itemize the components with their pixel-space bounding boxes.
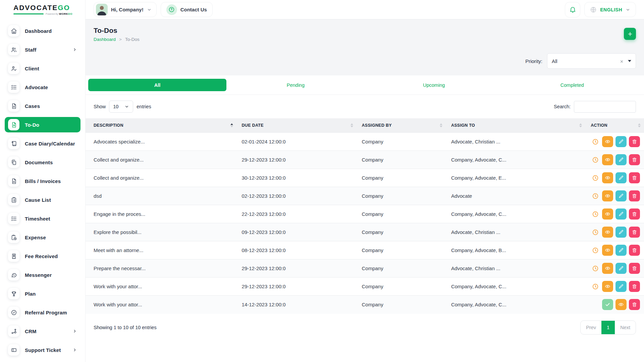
view-button[interactable] <box>602 263 613 274</box>
page-1-button[interactable]: 1 <box>601 321 615 334</box>
view-button[interactable] <box>602 227 613 238</box>
view-button[interactable] <box>602 136 613 147</box>
todo-description: dsd <box>86 187 236 205</box>
sidebar-item[interactable]: Cases <box>5 98 80 114</box>
sidebar-item[interactable]: Fee Received <box>5 248 80 264</box>
sidebar-item-label: To-Do <box>25 122 39 128</box>
delete-button[interactable] <box>629 208 640 220</box>
clipboard-clock-icon <box>11 234 17 241</box>
search-input[interactable] <box>574 101 636 113</box>
view-button[interactable] <box>615 299 627 310</box>
edit-button[interactable] <box>615 190 627 201</box>
delete-button[interactable] <box>629 136 640 147</box>
prev-page-button[interactable]: Prev <box>581 321 601 334</box>
table-row: Meet with an attorne... 08-12-2023 12:00… <box>86 241 644 259</box>
page-size-select[interactable]: 10 <box>109 101 133 113</box>
delete-button[interactable] <box>629 281 640 292</box>
todo-due-date: 29-12-2023 12:00:0 <box>236 259 357 278</box>
column-header-assign-to[interactable]: ASSIGN TO <box>446 118 585 133</box>
sidebar-item[interactable]: Support Ticket <box>5 342 80 358</box>
delete-button[interactable] <box>629 227 640 238</box>
app-logo[interactable]: ADVOCATEGO Powered By WORKDO <box>0 0 85 19</box>
sidebar-item[interactable]: Dashboard <box>5 23 80 39</box>
status-tab[interactable]: Completed <box>503 79 641 91</box>
user-check-icon <box>11 65 17 72</box>
view-button[interactable] <box>602 154 613 165</box>
column-header-action[interactable]: ACTION <box>585 118 644 133</box>
edit-button[interactable] <box>615 154 627 165</box>
trash-icon <box>632 175 637 181</box>
todo-description: Collect and organize... <box>86 151 236 169</box>
edit-button[interactable] <box>615 227 627 238</box>
sidebar-item[interactable]: Expense <box>5 230 80 245</box>
edit-button[interactable] <box>615 172 627 183</box>
sidebar-item[interactable]: To-Do <box>5 117 80 132</box>
view-button[interactable] <box>602 208 613 220</box>
todo-assigned-by: Company <box>357 133 446 151</box>
delete-button[interactable] <box>629 263 640 274</box>
priority-select[interactable]: All <box>547 53 636 69</box>
todo-due-date: 30-12-2023 12:00:0 <box>236 169 357 187</box>
edit-button[interactable] <box>615 136 627 147</box>
pending-status <box>591 190 600 201</box>
status-tab[interactable]: Pending <box>226 79 365 91</box>
view-button[interactable] <box>602 172 613 183</box>
sidebar-item[interactable]: Staff <box>5 42 80 57</box>
sidebar-item[interactable]: Cause List <box>5 192 80 207</box>
language-selector[interactable]: ENGLISH <box>584 2 636 17</box>
add-todo-button[interactable] <box>624 28 636 40</box>
sidebar-item[interactable]: Messenger <box>5 267 80 283</box>
done-status-button[interactable] <box>602 299 613 310</box>
view-button[interactable] <box>602 245 613 256</box>
todo-description: Collect and organize... <box>86 169 236 187</box>
row-actions <box>591 227 640 238</box>
column-header-due-date[interactable]: DUE DATE <box>236 118 357 133</box>
edit-button[interactable] <box>615 208 627 220</box>
sidebar-item[interactable]: CRM <box>5 323 80 339</box>
sidebar-item[interactable]: Advocate <box>5 79 80 95</box>
edit-button[interactable] <box>615 281 627 292</box>
profile-menu-button[interactable]: Hi, Company! <box>94 2 157 17</box>
todo-due-date: 29-12-2023 12:00:0 <box>236 151 357 169</box>
pagination: Prev 1 Next <box>580 320 636 335</box>
nav-icon-chip <box>8 344 19 356</box>
sidebar-item[interactable]: Bills / Invoices <box>5 173 80 189</box>
sidebar-item[interactable]: Plan <box>5 286 80 301</box>
trash-icon <box>632 284 637 289</box>
delete-button[interactable] <box>629 154 640 165</box>
delete-button[interactable] <box>629 172 640 183</box>
edit-button[interactable] <box>615 263 627 274</box>
contact-us-button[interactable]: Contact Us <box>161 2 213 17</box>
clear-filter-icon[interactable] <box>620 59 624 63</box>
sidebar-item[interactable]: Referral Program <box>5 305 80 320</box>
priority-selected-value: All <box>552 58 557 64</box>
show-label: Show <box>94 104 106 109</box>
view-button[interactable] <box>602 281 613 292</box>
status-tab[interactable]: Upcoming <box>365 79 503 91</box>
tab-label: All <box>154 82 161 88</box>
sidebar-item[interactable]: Timesheet <box>5 211 80 226</box>
todo-due-date: 14-12-2023 12:00:0 <box>236 296 357 314</box>
view-button[interactable] <box>602 190 613 201</box>
todo-due-date: 29-12-2023 12:00:0 <box>236 278 357 296</box>
column-header-assigned-by[interactable]: ASSIGNED BY <box>357 118 446 133</box>
sidebar-item[interactable]: Client <box>5 61 80 76</box>
powered-by-name-accent: DO <box>68 12 72 15</box>
edit-button[interactable] <box>615 245 627 256</box>
nav-icon-chip <box>8 25 19 37</box>
nav-icon-chip <box>8 325 19 337</box>
sidebar-item[interactable]: Case Diary/Calendar <box>5 136 80 151</box>
next-page-button[interactable]: Next <box>615 321 636 334</box>
title-block: To-Dos Dashboard > To-Dos <box>94 26 140 42</box>
home-icon <box>11 28 17 34</box>
todo-due-date: 08-12-2023 12:00:0 <box>236 241 357 259</box>
breadcrumb-dashboard-link[interactable]: Dashboard <box>94 37 116 42</box>
delete-button[interactable] <box>629 190 640 201</box>
column-header-description[interactable]: DESCRIPTION <box>86 118 236 133</box>
notifications-button[interactable] <box>565 2 580 17</box>
delete-button[interactable] <box>629 299 640 310</box>
status-tab[interactable]: All <box>88 79 226 91</box>
sidebar-item[interactable]: Documents <box>5 155 80 170</box>
row-actions <box>591 154 640 165</box>
delete-button[interactable] <box>629 245 640 256</box>
